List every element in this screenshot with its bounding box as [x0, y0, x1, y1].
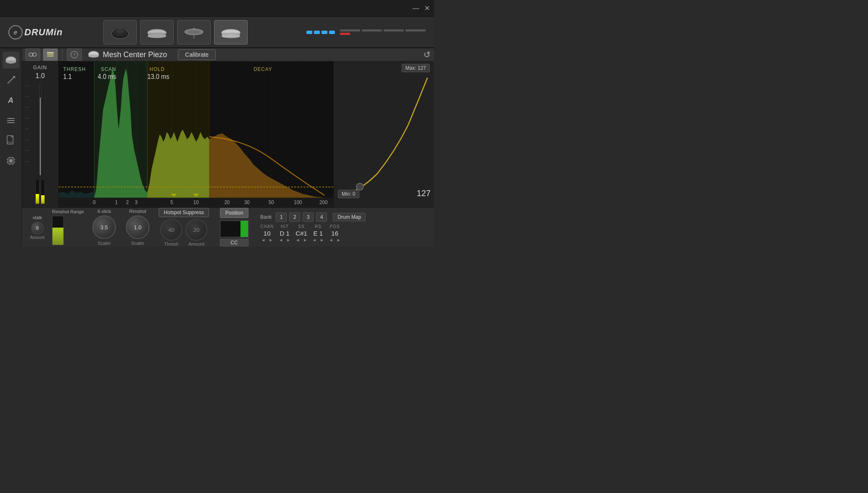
xstick-scaler-label: Scaler [97, 241, 110, 246]
rs-left-arrow[interactable]: ◄ [312, 238, 316, 242]
led-4 [329, 31, 335, 34]
rimshot-scaler-section: Rimshot 1.0 Scaler [121, 209, 154, 246]
svg-text:10: 10 [193, 199, 199, 205]
rimshot-scaler-label: Scaler [131, 241, 144, 246]
svg-rect-40 [47, 54, 54, 55]
controls-bar: Y Mesh Center Piezo Calibrate ↺ [22, 48, 434, 61]
hit-left-arrow[interactable]: ◄ [279, 238, 283, 242]
bank-btn-4[interactable]: 4 [316, 212, 327, 222]
sidebar-item-lines[interactable] [3, 112, 19, 129]
cc-label: CC [220, 239, 248, 246]
refresh-button[interactable]: ↺ [424, 50, 431, 60]
midi-col-pos: POS 16 ◄ ► [329, 224, 341, 242]
vu-bar-right [41, 179, 45, 204]
gain-label: GAIN [33, 65, 47, 71]
led-bar-2 [362, 29, 382, 31]
svg-rect-28 [9, 159, 13, 163]
header: e DRUMin [0, 17, 434, 48]
sidebar-item-draw[interactable] [3, 72, 19, 89]
ss-left-arrow[interactable]: ◄ [295, 238, 300, 242]
led-bar-1 [340, 29, 360, 31]
rimshot-range-fill [52, 228, 63, 245]
cc-display [220, 220, 248, 237]
curve-svg [334, 61, 434, 207]
pos-left-arrow[interactable]: ◄ [329, 238, 333, 242]
sidebar-item-chip[interactable] [3, 152, 19, 169]
gain-slider-track[interactable] [39, 83, 41, 176]
vu-meters [35, 179, 45, 204]
svg-point-18 [6, 61, 16, 63]
sidebar-item-a[interactable]: A [3, 92, 19, 109]
drum-pad-hihat[interactable] [177, 20, 211, 45]
bank-btn-3[interactable]: 3 [303, 212, 314, 222]
svg-point-10 [187, 30, 201, 34]
position-button[interactable]: Position [220, 208, 249, 218]
hotspot-suppress-button[interactable]: Hotspot Suppress [159, 208, 209, 217]
amount-knob-label: Amount [188, 241, 204, 246]
drum-pad-snare[interactable] [140, 20, 174, 45]
led-group-blue [306, 31, 335, 34]
ss-arrows: ◄ ► [295, 238, 307, 242]
pos-right-arrow[interactable]: ► [337, 238, 341, 242]
thresh-knob-group: 40 Thresh [160, 219, 182, 246]
svg-text:100: 100 [294, 199, 302, 205]
logo: e DRUMin [8, 25, 63, 39]
xtalk-amount-knob[interactable]: 8 [31, 222, 44, 234]
list-button[interactable] [43, 48, 58, 61]
amount-knob[interactable]: 20 [186, 219, 207, 241]
rs-right-arrow[interactable]: ► [320, 238, 324, 242]
svg-text:1.1: 1.1 [63, 73, 72, 80]
svg-text:Y: Y [73, 52, 76, 57]
led-bar-group [340, 29, 426, 35]
calibrate-button[interactable]: Calibrate [178, 49, 216, 60]
drum-pad-snare2[interactable] [214, 20, 248, 45]
gain-value: 1.0 [35, 72, 44, 80]
title-bar: — ✕ [0, 0, 434, 17]
chan-right-arrow[interactable]: ► [269, 238, 273, 242]
rimshot-range-label: Rimshot Range [52, 209, 84, 214]
position-cc-section: Position CC [213, 208, 255, 246]
midi-col-rs: RS E 1 ◄ ► [312, 224, 324, 242]
svg-text:200: 200 [319, 199, 328, 205]
rimshot-range-bar[interactable] [52, 216, 64, 245]
sidebar: A PDF [0, 48, 22, 246]
rimshot-scaler-knob[interactable]: 1.0 [126, 215, 149, 239]
vu-bar-left [35, 179, 39, 204]
amount-knob-group: 20 Amount [186, 219, 207, 246]
close-button[interactable]: ✕ [424, 5, 430, 12]
main-area: A PDF [0, 48, 434, 246]
hotspot-knobs: 40 Thresh 20 Amount [160, 219, 207, 246]
logo-text: DRUMin [24, 27, 63, 38]
display-area: GAIN 1.0 — — — — — — — — [22, 61, 434, 207]
svg-point-2 [116, 29, 124, 34]
minimize-button[interactable]: — [413, 5, 419, 12]
ss-right-arrow[interactable]: ► [303, 238, 307, 242]
drum-pad-kick[interactable] [103, 20, 137, 45]
midi-grid: CHAN 10 ◄ ► HIT D 1 ◄ ► [260, 224, 431, 242]
link-button[interactable] [25, 48, 40, 61]
drum-map-button[interactable]: Drum Map [333, 213, 366, 221]
curve-min-label: Min: 0 [338, 190, 359, 198]
thresh-knob[interactable]: 40 [160, 219, 182, 241]
svg-rect-47 [59, 61, 94, 198]
hit-right-arrow[interactable]: ► [286, 238, 290, 242]
xstick-scaler-section: X-stick 3.5 Scaler [87, 209, 121, 246]
sidebar-item-pdf[interactable]: PDF [3, 132, 19, 149]
hit-arrows: ◄ ► [279, 238, 290, 242]
svg-text:2: 2 [126, 199, 129, 205]
svg-text:0: 0 [93, 199, 96, 205]
svg-rect-23 [7, 122, 15, 123]
chan-left-arrow[interactable]: ◄ [261, 238, 265, 242]
bank-btn-2[interactable]: 2 [289, 212, 300, 222]
sensor-drum-icon [88, 50, 99, 59]
sensor-label: Mesh Center Piezo [88, 50, 167, 59]
sidebar-item-drum[interactable] [3, 52, 19, 68]
yamaha-button[interactable]: Y [67, 48, 82, 61]
xstick-scaler-knob[interactable]: 3.5 [92, 215, 116, 239]
svg-text:3: 3 [135, 199, 138, 205]
header-right [306, 29, 426, 35]
bank-btn-1[interactable]: 1 [276, 212, 287, 222]
rimshot-label: Rimshot [129, 209, 146, 214]
amount-knob-container: 8 Amount [30, 222, 44, 240]
svg-point-46 [89, 55, 99, 58]
